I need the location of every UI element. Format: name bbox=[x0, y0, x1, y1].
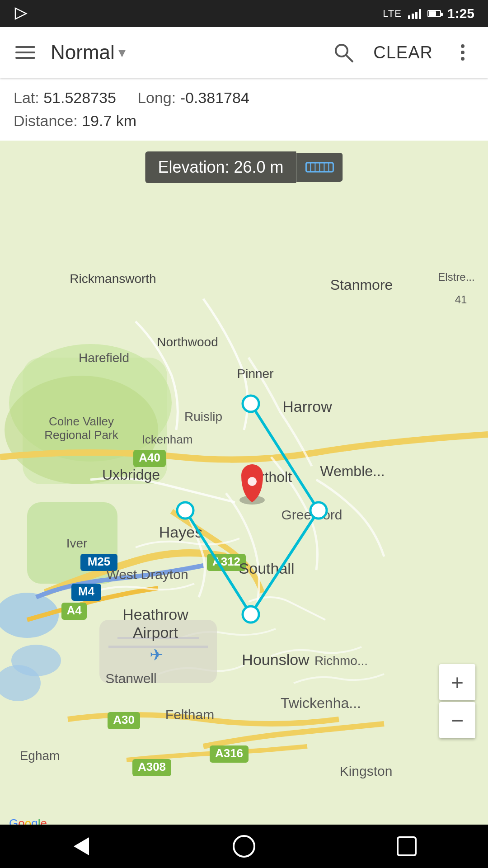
svg-text:Stanwell: Stanwell bbox=[105, 671, 156, 686]
svg-point-65 bbox=[248, 477, 257, 486]
status-bar: LTE 1:25 bbox=[0, 0, 488, 27]
elevation-label: Elevation: bbox=[158, 158, 229, 176]
status-right: LTE 1:25 bbox=[383, 6, 474, 21]
svg-text:Harefield: Harefield bbox=[79, 351, 129, 365]
signal-icon bbox=[408, 8, 421, 19]
svg-point-60 bbox=[243, 396, 259, 412]
svg-text:Rickmansworth: Rickmansworth bbox=[70, 272, 156, 286]
elevation-display: Elevation: 26.0 m bbox=[145, 151, 296, 183]
svg-text:✈: ✈ bbox=[150, 646, 163, 664]
status-left bbox=[14, 6, 28, 21]
svg-text:Iver: Iver bbox=[66, 536, 88, 550]
more-options-button[interactable] bbox=[446, 36, 479, 69]
clear-label: CLEAR bbox=[373, 43, 433, 62]
svg-text:Elstre...: Elstre... bbox=[438, 271, 474, 283]
svg-text:Uxbridge: Uxbridge bbox=[102, 467, 160, 483]
distance-label: Distance: bbox=[14, 112, 78, 129]
title-area[interactable]: Normal ▾ bbox=[46, 41, 323, 64]
network-type-label: LTE bbox=[383, 8, 402, 19]
svg-text:Kingston: Kingston bbox=[340, 764, 393, 778]
svg-text:Wemble...: Wemble... bbox=[320, 463, 385, 479]
svg-text:Colne Valley: Colne Valley bbox=[49, 415, 114, 428]
svg-text:Pinner: Pinner bbox=[237, 367, 274, 381]
svg-text:41: 41 bbox=[455, 293, 467, 306]
menu-button[interactable] bbox=[9, 36, 42, 69]
svg-text:Ruislip: Ruislip bbox=[184, 410, 222, 424]
hamburger-icon bbox=[15, 57, 35, 59]
coordinates-row: Lat: 51.528735 Long: -0.381784 bbox=[14, 86, 474, 109]
svg-text:M4: M4 bbox=[78, 585, 95, 598]
svg-text:Ickenham: Ickenham bbox=[142, 433, 193, 446]
clear-button[interactable]: CLEAR bbox=[364, 36, 442, 69]
svg-text:Richmo...: Richmo... bbox=[314, 654, 368, 668]
distance-row: Distance: 19.7 km bbox=[14, 109, 474, 132]
info-bar: Lat: 51.528735 Long: -0.381784 Distance:… bbox=[0, 78, 488, 141]
lat-value: 51.528735 bbox=[43, 89, 116, 106]
hamburger-icon bbox=[15, 52, 35, 53]
elevation-overlay: Elevation: 26.0 m bbox=[145, 151, 343, 183]
svg-text:A30: A30 bbox=[113, 713, 135, 726]
svg-text:Stanmore: Stanmore bbox=[330, 277, 393, 293]
long-label: Long: bbox=[137, 89, 176, 106]
time-label: 1:25 bbox=[447, 6, 474, 21]
zoom-in-button[interactable]: + bbox=[439, 664, 475, 700]
zoom-out-button[interactable]: − bbox=[439, 702, 475, 738]
svg-text:Heathrow: Heathrow bbox=[122, 606, 188, 623]
toolbar: Normal ▾ CLEAR bbox=[0, 27, 488, 78]
map-type-title: Normal bbox=[51, 41, 115, 64]
map-container[interactable]: A40 M25 A312 M4 A4 A30 A316 A308 Rickman… bbox=[0, 141, 488, 838]
lat-label: Lat: bbox=[14, 89, 39, 106]
home-button[interactable] bbox=[221, 825, 267, 868]
svg-point-63 bbox=[177, 502, 193, 519]
more-dots-icon bbox=[461, 44, 465, 61]
svg-point-62 bbox=[243, 606, 259, 623]
svg-text:Regional Park: Regional Park bbox=[44, 428, 118, 442]
recents-icon bbox=[397, 836, 417, 856]
svg-text:Feltham: Feltham bbox=[165, 707, 214, 722]
back-icon bbox=[74, 837, 89, 855]
recents-button[interactable] bbox=[384, 825, 429, 868]
zoom-in-label: + bbox=[451, 670, 464, 695]
hamburger-icon bbox=[15, 46, 35, 48]
zoom-out-label: − bbox=[451, 708, 464, 733]
svg-text:Hounslow: Hounslow bbox=[242, 651, 310, 668]
long-value: -0.381784 bbox=[180, 89, 249, 106]
svg-point-61 bbox=[310, 502, 327, 519]
svg-text:Twickenha...: Twickenha... bbox=[281, 695, 361, 711]
back-button[interactable] bbox=[59, 825, 104, 868]
svg-text:Harrow: Harrow bbox=[282, 398, 332, 415]
distance-value: 19.7 km bbox=[82, 112, 136, 129]
search-button[interactable] bbox=[327, 36, 360, 69]
svg-line-2 bbox=[346, 55, 352, 61]
svg-text:A308: A308 bbox=[138, 760, 166, 774]
svg-marker-0 bbox=[15, 8, 26, 19]
navigation-bar bbox=[0, 825, 488, 868]
svg-text:A40: A40 bbox=[139, 451, 160, 464]
svg-text:Egham: Egham bbox=[20, 749, 60, 763]
svg-text:Airport: Airport bbox=[133, 624, 178, 641]
search-icon bbox=[333, 42, 354, 63]
zoom-controls: + − bbox=[439, 664, 475, 738]
svg-text:West Drayton: West Drayton bbox=[106, 567, 188, 582]
battery-icon bbox=[427, 10, 441, 17]
map-svg: A40 M25 A312 M4 A4 A30 A316 A308 Rickman… bbox=[0, 141, 488, 838]
svg-text:M25: M25 bbox=[88, 555, 111, 568]
dropdown-arrow-icon: ▾ bbox=[118, 44, 126, 61]
svg-text:Northwood: Northwood bbox=[157, 335, 218, 349]
elevation-icon-box[interactable] bbox=[296, 153, 343, 182]
elevation-value: 26.0 m bbox=[234, 158, 284, 176]
svg-text:A316: A316 bbox=[215, 746, 243, 760]
svg-text:A4: A4 bbox=[66, 604, 82, 617]
ruler-icon bbox=[304, 157, 336, 177]
notification-icon bbox=[14, 6, 28, 21]
home-icon bbox=[233, 835, 255, 858]
